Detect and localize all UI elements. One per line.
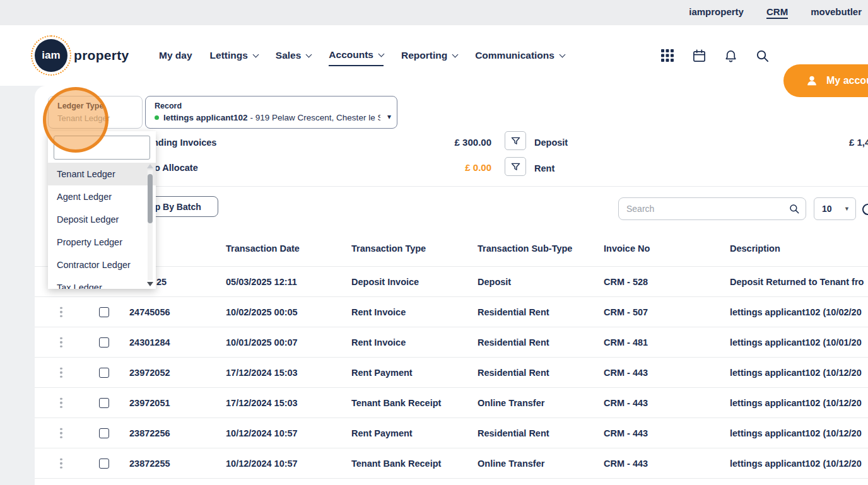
nav-reporting[interactable]: Reporting [401, 50, 457, 61]
record-select[interactable]: Record lettings applicant102 - 919 Pelaw… [145, 96, 397, 129]
cell-transaction-type: Tenant Bank Receipt [351, 459, 441, 469]
nav-lettings[interactable]: Lettings [210, 50, 258, 61]
cell-transaction-id: 23872256 [129, 428, 170, 438]
my-account-button[interactable]: My account [783, 64, 868, 97]
row-checkbox[interactable] [99, 398, 109, 408]
available-to-allocate-amount: £ 0.00 [403, 162, 491, 173]
dropdown-search-input[interactable] [54, 136, 150, 160]
chevron-down-icon [252, 51, 259, 57]
bell-icon[interactable] [723, 48, 738, 63]
page-size-value: 10 [822, 204, 832, 214]
cell-transaction-date: 10/12/2024 10:57 [226, 459, 298, 469]
logo-mark: iam [35, 39, 67, 72]
ledger-type-select[interactable]: Ledger Type Tenant Ledger [48, 96, 143, 129]
cell-transaction-date: 17/12/2024 15:03 [226, 368, 298, 378]
deposit-total-amount: £ 1,4 [849, 137, 868, 148]
table-search [618, 197, 806, 220]
header-transaction-type: Transaction Type [351, 243, 426, 254]
row-checkbox[interactable] [99, 428, 109, 438]
page-size-select[interactable]: 10 ▼ [814, 197, 856, 220]
iamproperty-logo[interactable]: iam property [35, 39, 129, 72]
dropdown-option-property-ledger[interactable]: Property Ledger [48, 231, 156, 254]
nav-sales-label: Sales [276, 50, 302, 61]
magnifier-icon[interactable] [789, 203, 800, 217]
cell-transaction-sub-type: Residential Rent [478, 307, 549, 317]
nav-lettings-label: Lettings [210, 50, 248, 61]
dropdown-option-tax-ledger[interactable]: Tax Ledger [48, 276, 156, 289]
nav-accounts-label: Accounts [329, 49, 373, 61]
chevron-down-icon [378, 50, 385, 57]
dropdown-scrollbar[interactable] [146, 164, 154, 286]
cell-transaction-sub-type: Deposit [478, 277, 511, 287]
person-icon [805, 74, 819, 88]
cell-description: lettings applicant102 (10/12/20 [730, 368, 862, 378]
topbar-links: iamproperty CRM movebutler [689, 6, 862, 19]
nav-sales[interactable]: Sales [276, 50, 312, 61]
cell-transaction-type: Rent Payment [351, 368, 413, 378]
nav-accounts[interactable]: Accounts [329, 49, 384, 66]
row-menu-kebab-icon[interactable] [58, 456, 64, 470]
cell-transaction-id: 25 [156, 277, 167, 287]
cell-transaction-date: 10/02/2025 00:05 [226, 307, 298, 317]
rent-label: Rent [534, 163, 554, 173]
apps-grid-icon[interactable] [660, 48, 675, 63]
my-account-label: My account [826, 75, 868, 86]
scrollbar-thumb[interactable] [148, 174, 153, 223]
row-checkbox[interactable] [99, 337, 109, 348]
scroll-down-icon[interactable] [147, 282, 153, 286]
logo-wordmark: property [74, 48, 129, 63]
cell-transaction-id: 24745056 [129, 307, 170, 317]
cell-transaction-sub-type: Residential Rent [478, 337, 549, 348]
record-dropdown-arrow-icon[interactable]: ▾ [387, 112, 391, 121]
scroll-up-icon[interactable] [147, 164, 153, 168]
cell-description: lettings applicant102 (10/12/20 [730, 459, 862, 469]
cell-transaction-type: Rent Payment [351, 428, 413, 438]
topbar-link-iamproperty[interactable]: iamproperty [689, 6, 744, 19]
cell-invoice-no: CRM - 443 [604, 368, 648, 378]
nav-communications[interactable]: Communications [475, 50, 565, 61]
scrollbar-track[interactable] [148, 170, 153, 280]
row-checkbox[interactable] [99, 307, 109, 317]
cell-description: lettings applicant102 (10/01/20 [730, 337, 862, 348]
cell-transaction-type: Rent Invoice [351, 337, 406, 348]
record-value: lettings applicant102 - 919 Pelaw Cresce… [155, 113, 380, 122]
row-menu-kebab-icon[interactable] [58, 426, 64, 440]
dropdown-option-tenant-ledger[interactable]: Tenant Ledger [48, 163, 156, 185]
topbar-link-crm[interactable]: CRM [766, 6, 788, 19]
deposit-filter-button[interactable] [505, 131, 526, 150]
topbar-link-movebutler[interactable]: movebutler [811, 6, 862, 19]
row-checkbox[interactable] [99, 368, 109, 378]
dropdown-option-deposit-ledger[interactable]: Deposit Ledger [48, 208, 156, 231]
record-value-name: lettings applicant102 [163, 113, 248, 122]
dropdown-option-agent-ledger[interactable]: Agent Ledger [48, 185, 156, 208]
nav-reporting-label: Reporting [401, 50, 447, 61]
row-checkbox[interactable] [99, 459, 109, 469]
row-menu-kebab-icon[interactable] [58, 395, 64, 410]
funnel-icon [511, 136, 520, 146]
row-menu-kebab-icon[interactable] [58, 335, 64, 349]
rent-filter-button[interactable] [505, 157, 526, 176]
table-row: 25 05/03/2025 12:11 Deposit Invoice Depo… [35, 267, 868, 297]
cell-transaction-date: 05/03/2025 12:11 [226, 277, 297, 287]
header-transaction-date: Transaction Date [226, 243, 300, 254]
cell-transaction-sub-type: Residential Rent [478, 368, 549, 378]
cell-description: lettings applicant102 (10/02/20 [730, 307, 862, 317]
refresh-icon[interactable] [860, 202, 868, 217]
search-icon[interactable] [754, 48, 770, 63]
cell-transaction-date: 10/12/2024 10:57 [226, 428, 298, 438]
table-search-input[interactable] [619, 198, 806, 219]
top-utility-bar: iamproperty CRM movebutler [0, 0, 868, 25]
row-menu-kebab-icon[interactable] [58, 365, 64, 380]
nav-my-day-label: My day [159, 50, 192, 61]
cell-transaction-type: Deposit Invoice [351, 277, 419, 287]
table-row: 23872255 10/12/2024 10:57 Tenant Bank Re… [35, 448, 868, 479]
nav-my-day[interactable]: My day [159, 50, 192, 61]
cell-invoice-no: CRM - 528 [604, 277, 648, 287]
cell-invoice-no: CRM - 443 [604, 459, 648, 469]
dropdown-option-contractor-ledger[interactable]: Contractor Ledger [48, 254, 156, 276]
record-label: Record [155, 102, 182, 110]
row-menu-kebab-icon[interactable] [58, 305, 64, 319]
header-description: Description [730, 243, 780, 254]
section-divider [48, 186, 868, 187]
calendar-icon[interactable] [691, 48, 707, 63]
